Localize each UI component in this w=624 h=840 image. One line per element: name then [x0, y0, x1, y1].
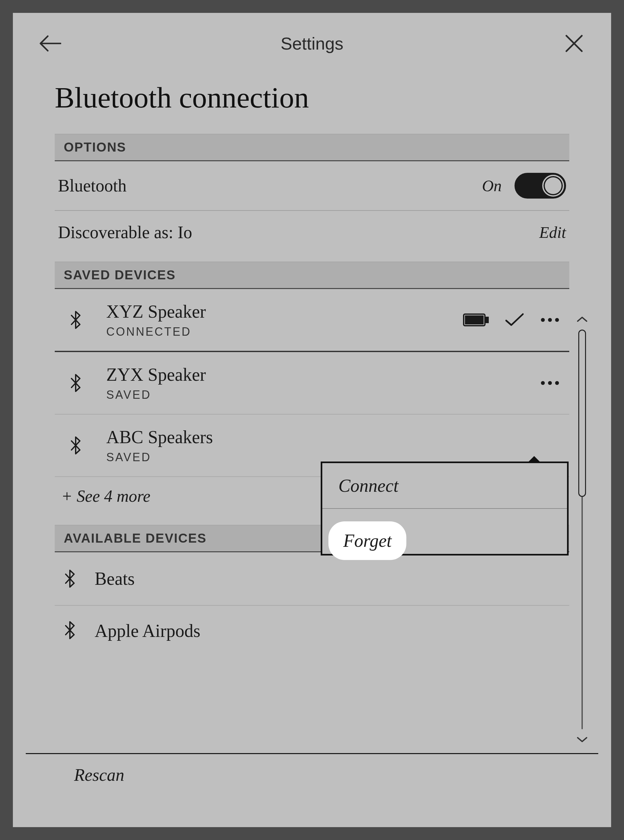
scroll-down-icon[interactable] [576, 736, 588, 743]
device-status: CONNECTED [106, 325, 463, 339]
more-dots-icon [540, 381, 560, 385]
scroll-thumb[interactable] [578, 330, 586, 497]
available-device-row[interactable]: Beats [55, 552, 569, 606]
edit-button[interactable]: Edit [539, 223, 566, 242]
available-device-row[interactable]: Apple Airpods [55, 606, 569, 641]
battery-icon [463, 313, 489, 327]
bluetooth-icon [64, 436, 87, 455]
svg-point-7 [548, 381, 552, 385]
bluetooth-label: Bluetooth [58, 176, 127, 196]
close-button[interactable] [563, 32, 585, 55]
more-options-button[interactable] [540, 318, 560, 322]
more-dots-icon [540, 318, 560, 322]
connected-check-icon [505, 313, 524, 327]
scrollbar[interactable] [576, 315, 588, 743]
bluetooth-toggle-row[interactable]: Bluetooth On [55, 161, 569, 211]
saved-device-row[interactable]: ZYX Speaker SAVED [55, 352, 569, 415]
bluetooth-state: On [482, 176, 502, 195]
section-header-options: OPTIONS [55, 134, 569, 161]
device-name: ABC Speakers [106, 427, 560, 447]
device-name: Beats [75, 568, 134, 589]
discoverable-label: Discoverable as: Io [58, 222, 192, 242]
toggle-knob [542, 175, 564, 197]
device-status: SAVED [106, 388, 540, 402]
device-name: ZYX Speaker [106, 364, 540, 385]
bluetooth-toggle[interactable] [514, 173, 566, 199]
forget-highlight[interactable]: Forget [328, 521, 406, 560]
more-options-button[interactable] [540, 381, 560, 385]
svg-rect-2 [466, 316, 483, 324]
section-header-saved: SAVED DEVICES [55, 262, 569, 289]
bluetooth-icon [64, 374, 87, 392]
bluetooth-icon [64, 570, 75, 588]
rescan-bar: Rescan [26, 753, 598, 814]
svg-point-8 [555, 381, 559, 385]
svg-point-6 [541, 381, 545, 385]
device-name: XYZ Speaker [106, 301, 463, 322]
svg-point-3 [541, 318, 545, 322]
svg-point-5 [555, 318, 559, 322]
close-icon [564, 34, 584, 53]
rescan-button[interactable]: Rescan [74, 765, 124, 785]
bluetooth-icon [64, 621, 75, 639]
device-name: Apple Airpods [75, 621, 200, 641]
discoverable-row[interactable]: Discoverable as: Io Edit [55, 211, 569, 262]
svg-point-4 [548, 318, 552, 322]
back-button[interactable] [39, 32, 61, 55]
header-title: Settings [280, 34, 343, 54]
menu-item-connect[interactable]: Connect [322, 463, 567, 509]
page-title: Bluetooth connection [13, 68, 611, 134]
bluetooth-icon [64, 311, 87, 329]
saved-device-row[interactable]: XYZ Speaker CONNECTED [55, 289, 569, 352]
svg-rect-1 [485, 318, 488, 322]
scroll-up-icon[interactable] [576, 315, 588, 323]
back-arrow-icon [39, 34, 61, 53]
scroll-track[interactable] [581, 330, 583, 729]
